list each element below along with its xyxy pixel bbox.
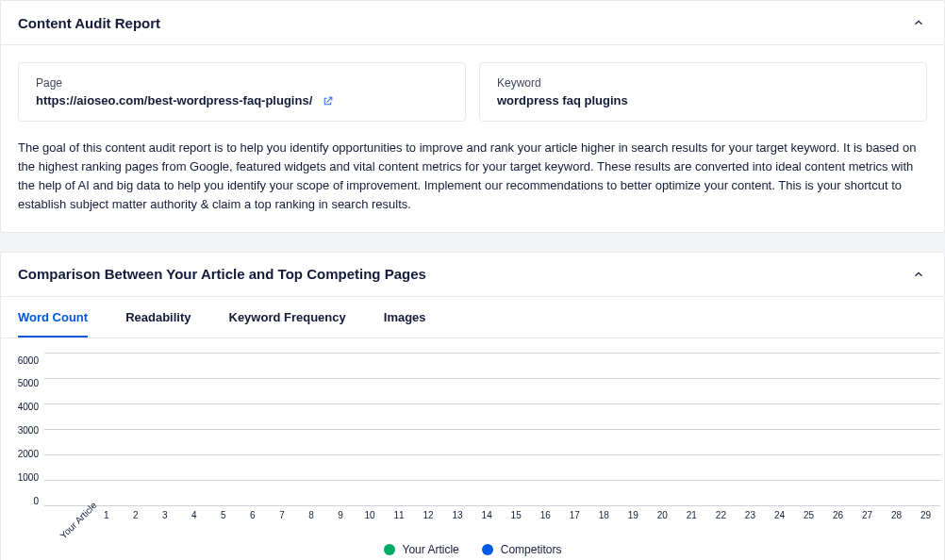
x-tick-label: 17 — [560, 510, 589, 530]
y-tick-label: 1000 — [5, 472, 39, 483]
legend-competitors-label: Competitors — [501, 543, 562, 556]
y-tick-label: 6000 — [5, 355, 39, 366]
word-count-chart: 6000500040003000200010000 Your Article12… — [1, 338, 944, 560]
x-tick-label: 7 — [267, 510, 296, 530]
tab-keyword-frequency[interactable]: Keyword Frequency — [229, 297, 346, 338]
chart-plot-area: 6000500040003000200010000 — [5, 354, 940, 506]
x-tick-label: 19 — [619, 510, 648, 530]
content-audit-report-panel: Content Audit Report Page https://aioseo… — [0, 0, 945, 233]
x-tick-label: 16 — [531, 510, 560, 530]
x-tick-label: 18 — [589, 510, 619, 530]
audit-info-row: Page https://aioseo.com/best-wordpress-f… — [18, 62, 927, 122]
y-tick-label: 4000 — [5, 402, 39, 412]
x-tick-label: 21 — [677, 510, 706, 530]
keyword-label: Keyword — [497, 76, 909, 90]
audit-description: The goal of this content audit report is… — [18, 139, 927, 215]
x-tick-label: 12 — [414, 510, 443, 530]
x-tick-label: 14 — [472, 510, 502, 530]
page-label: Page — [36, 76, 448, 90]
legend-your-article-label: Your Article — [403, 543, 459, 556]
x-tick-label: 20 — [648, 510, 677, 530]
x-tick-label: 28 — [882, 510, 911, 530]
x-tick-label: 29 — [911, 510, 940, 530]
y-tick-label: 2000 — [5, 449, 39, 459]
content-audit-report-body: Page https://aioseo.com/best-wordpress-f… — [1, 45, 944, 232]
x-tick-label: 23 — [736, 510, 765, 530]
x-tick-label: 24 — [765, 510, 794, 530]
x-tick-label: 1 — [91, 510, 121, 530]
x-tick-label: 3 — [150, 510, 179, 530]
x-tick-label: 25 — [794, 510, 823, 530]
page-info-card: Page https://aioseo.com/best-wordpress-f… — [18, 62, 466, 122]
x-tick-label: 6 — [238, 510, 267, 530]
comparison-panel: Comparison Between Your Article and Top … — [0, 252, 945, 560]
keyword-value: wordpress faq plugins — [497, 93, 909, 107]
x-tick-label: 10 — [356, 510, 385, 530]
page-url-row: https://aioseo.com/best-wordpress-faq-pl… — [36, 93, 448, 107]
x-tick-label: 27 — [853, 510, 882, 530]
x-tick-label: 13 — [443, 510, 472, 530]
tab-word-count[interactable]: Word Count — [18, 297, 88, 338]
y-tick-label: 5000 — [5, 378, 39, 388]
x-tick-label: 11 — [385, 510, 414, 530]
content-audit-report-title: Content Audit Report — [18, 15, 160, 31]
x-tick-label: 9 — [325, 510, 355, 530]
x-tick-label: 26 — [823, 510, 853, 530]
tab-images[interactable]: Images — [384, 297, 426, 338]
x-tick-label: 5 — [208, 510, 238, 530]
x-tick-label: 2 — [121, 510, 150, 530]
legend-your-article: Your Article — [384, 543, 459, 556]
chart-legend: Your Article Competitors — [5, 543, 940, 556]
x-tick-label: 22 — [706, 510, 736, 530]
chart-y-axis: 6000500040003000200010000 — [5, 354, 44, 506]
x-tick-label: 15 — [502, 510, 531, 530]
legend-competitors: Competitors — [482, 543, 562, 556]
chart-plot — [44, 354, 940, 506]
page-url-link[interactable]: https://aioseo.com/best-wordpress-faq-pl… — [36, 93, 312, 107]
external-link-icon[interactable] — [322, 95, 334, 107]
y-tick-label: 0 — [5, 496, 39, 506]
chevron-up-icon — [910, 14, 927, 31]
tab-readability[interactable]: Readability — [125, 297, 191, 338]
content-audit-report-header[interactable]: Content Audit Report — [1, 1, 944, 45]
x-tick-label: 8 — [296, 510, 325, 530]
keyword-info-card: Keyword wordpress faq plugins — [479, 62, 927, 122]
comparison-title: Comparison Between Your Article and Top … — [18, 266, 426, 282]
comparison-tabs: Word Count Readability Keyword Frequency… — [1, 297, 944, 338]
x-tick-label: 4 — [179, 510, 208, 530]
dot-icon — [482, 544, 493, 555]
y-tick-label: 3000 — [5, 425, 39, 436]
chevron-up-icon — [910, 266, 927, 283]
comparison-header[interactable]: Comparison Between Your Article and Top … — [1, 253, 944, 297]
dot-icon — [384, 544, 395, 555]
chart-x-axis: Your Article1234567891011121314151617181… — [5, 510, 940, 530]
